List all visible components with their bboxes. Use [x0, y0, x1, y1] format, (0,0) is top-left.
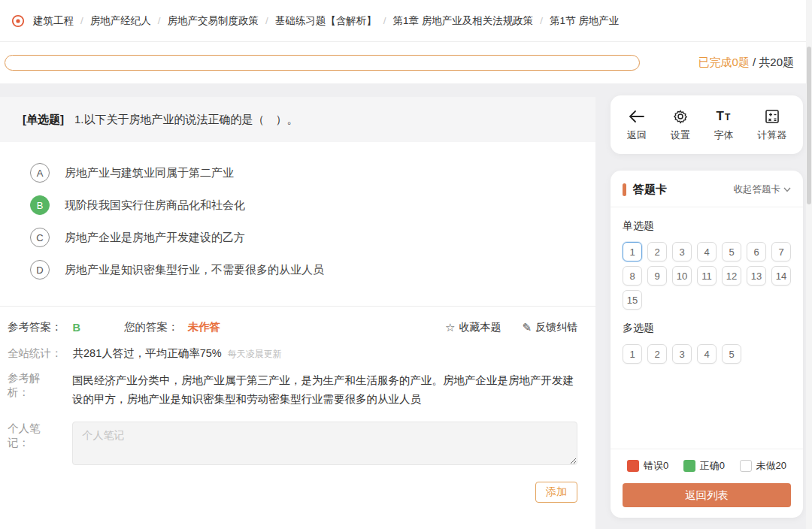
your-answer-label: 您的答案： — [124, 320, 179, 334]
option-list: A房地产业与建筑业同属于第二产业B现阶段我国实行住房商品化和社会化C房地产企业是… — [0, 163, 595, 300]
answer-card: 答题卡 收起答题卡 单选题123456789101112131415多选题123… — [611, 171, 803, 518]
option-B[interactable]: B现阶段我国实行住房商品化和社会化 — [30, 195, 565, 215]
collapse-label: 收起答题卡 — [734, 183, 781, 196]
feedback-error-button[interactable]: ✎ 反馈纠错 — [522, 321, 577, 334]
question-panel: [单选题] 1.以下关于房地产业的说法正确的是（ ）。 A房地产业与建筑业同属于… — [0, 97, 595, 529]
option-text: 房地产业与建筑业同属于第二产业 — [65, 166, 234, 180]
breadcrumb-item[interactable]: 第1节 房地产业 — [550, 14, 619, 28]
option-text: 现阶段我国实行住房商品化和社会化 — [65, 198, 245, 213]
breadcrumb-item[interactable]: 房地产经纪人 — [90, 14, 151, 28]
chevron-down-icon — [783, 187, 791, 192]
question-number-2[interactable]: 2 — [647, 242, 667, 261]
tool-计算器[interactable]: 计算器 — [757, 108, 786, 142]
question-number-grid: 12345 — [623, 344, 791, 364]
page-scrollbar[interactable] — [806, 0, 812, 529]
question-number-13[interactable]: 13 — [747, 266, 766, 286]
question-number-9[interactable]: 9 — [647, 266, 667, 286]
progress-text: 已完成0题 / 共20题 — [698, 56, 794, 70]
question-number-5[interactable]: 5 — [722, 344, 741, 364]
question-number-4[interactable]: 4 — [697, 344, 717, 364]
option-text: 房地产业是知识密集型行业，不需要很多的从业人员 — [65, 263, 324, 277]
reference-answer-label: 参考答案： — [8, 320, 62, 334]
option-letter-circle: A — [30, 163, 50, 183]
question-number-8[interactable]: 8 — [623, 266, 642, 286]
answer-card-title: 答题卡 — [633, 183, 667, 197]
scrollbar-thumb[interactable] — [807, 47, 811, 204]
option-D[interactable]: D房地产业是知识密集型行业，不需要很多的从业人员 — [30, 260, 565, 280]
tool-返回[interactable]: 返回 — [627, 108, 647, 142]
breadcrumb-separator: / — [540, 15, 543, 26]
progress-row: 已完成0题 / 共20题 — [0, 42, 812, 83]
question-header: [单选题] 1.以下关于房地产业的说法正确的是（ ）。 — [0, 97, 595, 142]
question-number-14[interactable]: 14 — [771, 266, 791, 286]
collect-question-button[interactable]: ☆ 收藏本题 — [445, 321, 501, 334]
answer-card-sections: 单选题123456789101112131415多选题12345 — [623, 207, 791, 364]
question-text: 1.以下关于房地产业的说法正确的是（ ）。 — [74, 113, 298, 127]
question-number-10[interactable]: 10 — [672, 266, 692, 286]
tool-label: 字体 — [714, 128, 733, 142]
option-letter-circle: C — [30, 228, 50, 247]
site-stats-label: 全站统计： — [8, 346, 62, 361]
question-pager: 〈 上一题 下一题 〉 — [0, 503, 595, 529]
question-number-11[interactable]: 11 — [697, 266, 717, 286]
question-number-12[interactable]: 12 — [722, 266, 741, 286]
legend-correct: 正确0 — [683, 459, 725, 473]
reference-answer-value: B — [73, 322, 80, 334]
section-title: 单选题 — [623, 219, 791, 233]
tool-字体[interactable]: TT字体 — [714, 108, 733, 142]
question-body: A房地产业与建筑业同属于第二产业B现阶段我国实行住房商品化和社会化C房地产企业是… — [0, 142, 595, 529]
question-number-4[interactable]: 4 — [697, 242, 717, 261]
font-size-icon: TT — [717, 108, 732, 125]
legend-swatch-wrong — [627, 460, 639, 472]
your-answer-value: 未作答 — [187, 320, 220, 334]
top-header: 建筑工程/房地产经纪人/房地产交易制度政策/基础练习题【含解析】/第1章 房地产… — [0, 0, 812, 42]
breadcrumb-separator: / — [265, 15, 268, 26]
legend-undone: 未做20 — [740, 459, 786, 473]
answer-row: 参考答案： B 您的答案： 未作答 ☆ 收藏本题 ✎ 反馈纠错 — [0, 307, 595, 334]
analysis-text: 国民经济产业分类中，房地产业属于第三产业，是为生产和生活服务的产业。房地产企业是… — [72, 371, 577, 410]
option-text: 房地产企业是房地产开发建设的乙方 — [65, 231, 245, 245]
personal-notes-row: 个人笔记： — [0, 410, 595, 465]
sidebar: 返回设置TT字体计算器 答题卡 收起答题卡 单选题123456789101112… — [611, 95, 803, 518]
question-number-5[interactable]: 5 — [722, 242, 741, 261]
question-number-6[interactable]: 6 — [747, 242, 766, 261]
pencil-icon: ✎ — [522, 321, 532, 334]
personal-notes-label: 个人笔记： — [8, 422, 62, 465]
analysis-label: 参考解析： — [8, 371, 62, 410]
breadcrumb-item[interactable]: 基础练习题【含解析】 — [275, 14, 377, 28]
site-stats-value: 共281人答过，平均正确率75% — [73, 346, 222, 361]
breadcrumb-item[interactable]: 房地产交易制度政策 — [168, 14, 259, 28]
breadcrumb-item[interactable]: 建筑工程 — [33, 14, 74, 28]
breadcrumb-separator: / — [80, 15, 83, 26]
section-title: 多选题 — [623, 322, 791, 335]
site-stats-note: 每天凌晨更新 — [228, 348, 282, 361]
tool-label: 设置 — [671, 128, 690, 142]
breadcrumb-separator: / — [383, 15, 386, 26]
question-number-3[interactable]: 3 — [672, 344, 692, 364]
status-legend: 错误0正确0未做20 — [611, 449, 803, 482]
back-arrow-icon — [629, 108, 645, 125]
question-number-7[interactable]: 7 — [771, 242, 791, 261]
collect-label: 收藏本题 — [459, 321, 501, 334]
legend-swatch-correct — [683, 460, 695, 472]
legend-label: 未做20 — [756, 459, 786, 473]
add-note-button[interactable]: 添加 — [535, 482, 577, 503]
collapse-answer-card-button[interactable]: 收起答题卡 — [734, 183, 792, 196]
question-number-1[interactable]: 1 — [623, 344, 642, 364]
question-number-3[interactable]: 3 — [672, 242, 692, 261]
calculator-icon — [765, 108, 780, 125]
question-number-1[interactable]: 1 — [623, 242, 642, 261]
option-A[interactable]: A房地产业与建筑业同属于第二产业 — [30, 163, 565, 183]
toolbar-card: 返回设置TT字体计算器 — [611, 95, 803, 154]
question-number-2[interactable]: 2 — [647, 344, 667, 364]
option-letter-circle: D — [30, 260, 50, 280]
breadcrumb-separator: / — [158, 15, 161, 26]
personal-notes-input[interactable] — [72, 422, 577, 465]
question-number-15[interactable]: 15 — [623, 290, 642, 310]
option-C[interactable]: C房地产企业是房地产开发建设的乙方 — [30, 228, 565, 247]
star-icon: ☆ — [445, 321, 455, 334]
tool-设置[interactable]: 设置 — [671, 108, 690, 142]
breadcrumb-item[interactable]: 第1章 房地产业及相关法规政策 — [393, 14, 534, 28]
legend-swatch-undone — [740, 460, 752, 472]
back-to-list-button[interactable]: 返回列表 — [623, 483, 791, 507]
